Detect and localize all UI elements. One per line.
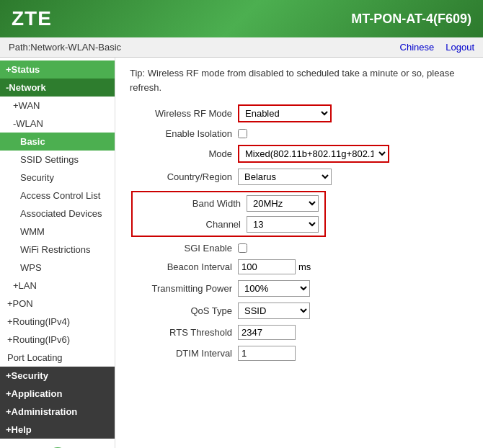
sgi-enable-checkbox[interactable]	[238, 243, 247, 253]
dtim-interval-label: DTIM Interval	[130, 348, 238, 359]
mode-select[interactable]: Mixed(802.11b+802.11g+802.11n 802.11b on…	[238, 145, 389, 163]
logo: ZTE	[12, 7, 52, 30]
chinese-link[interactable]: Chinese	[400, 42, 435, 53]
breadcrumb: Path:Network-WLAN-Basic	[9, 42, 121, 53]
logout-link[interactable]: Logout	[446, 42, 474, 53]
topbar: Path:Network-WLAN-Basic Chinese Logout	[0, 37, 483, 58]
dtim-interval-input[interactable]	[238, 346, 296, 361]
band-width-row: Band Width 20MHz 40MHz	[138, 195, 319, 212]
sidebar-item-ssid[interactable]: SSID Settings	[0, 151, 115, 169]
topbar-links: Chinese Logout	[400, 42, 474, 53]
beacon-interval-row: Beacon Interval ms	[130, 259, 469, 274]
sidebar-item-wps[interactable]: WPS	[0, 259, 115, 277]
sidebar: +Status -Network +WAN -WLAN Basic SSID S…	[0, 58, 115, 448]
sidebar-item-routing-ipv6[interactable]: +Routing(IPv6)	[0, 331, 115, 349]
rts-threshold-input[interactable]	[238, 325, 296, 340]
qos-type-select[interactable]: SSIDWMM	[238, 303, 310, 319]
sgi-enable-row: SGI Enable	[130, 243, 469, 254]
header: ZTE MT-PON-AT-4(F609)	[0, 0, 483, 37]
channel-row: Channel Auto123 4567 891011 1213	[138, 216, 319, 233]
sidebar-item-wan[interactable]: +WAN	[0, 97, 115, 115]
band-width-label: Band Width	[138, 198, 247, 209]
mode-row: Mode Mixed(802.11b+802.11g+802.11n 802.1…	[130, 145, 469, 163]
sidebar-item-security[interactable]: Security	[0, 169, 115, 187]
device-title: MT-PON-AT-4(F609)	[351, 12, 471, 27]
sidebar-item-wifi-restrictions[interactable]: WiFi Restrictions	[0, 241, 115, 259]
sidebar-item-port-locating[interactable]: Port Locating	[0, 349, 115, 367]
sidebar-item-application[interactable]: +Application	[0, 385, 115, 403]
content-area: Tip: Wireless RF mode from disabled to s…	[115, 58, 483, 448]
beacon-interval-input[interactable]	[238, 259, 296, 274]
sidebar-item-lan[interactable]: +LAN	[0, 277, 115, 295]
rts-threshold-row: RTS Threshold	[130, 325, 469, 340]
sidebar-item-security-group[interactable]: +Security	[0, 367, 115, 385]
sidebar-item-basic[interactable]: Basic	[0, 133, 115, 151]
enable-isolation-checkbox[interactable]	[238, 129, 247, 138]
transmitting-power-label: Transmitting Power	[130, 283, 238, 294]
qos-type-label: QoS Type	[130, 305, 238, 316]
beacon-interval-label: Beacon Interval	[130, 261, 238, 272]
main-layout: +Status -Network +WAN -WLAN Basic SSID S…	[0, 58, 483, 448]
tip-text: Tip: Wireless RF mode from disabled to s…	[130, 66, 469, 94]
sidebar-item-associated[interactable]: Associated Devices	[0, 205, 115, 223]
sidebar-item-acl[interactable]: Access Control List	[0, 187, 115, 205]
transmitting-power-row: Transmitting Power 100%75%50%25%	[130, 280, 469, 297]
qos-type-row: QoS Type SSIDWMM	[130, 303, 469, 319]
channel-select[interactable]: Auto123 4567 891011 1213	[247, 216, 319, 233]
bandwidth-channel-group: Band Width 20MHz 40MHz Channel Auto123 4…	[131, 191, 326, 237]
country-region-label: Country/Region	[130, 171, 238, 182]
sidebar-item-help[interactable]: +Help	[0, 421, 115, 439]
country-region-select[interactable]: Belarus	[238, 169, 332, 185]
sgi-enable-label: SGI Enable	[130, 243, 238, 254]
mode-label: Mode	[130, 148, 238, 159]
band-width-select[interactable]: 20MHz 40MHz	[247, 195, 319, 212]
channel-label: Channel	[138, 219, 247, 230]
sidebar-item-administration[interactable]: +Administration	[0, 403, 115, 421]
beacon-interval-unit: ms	[298, 261, 311, 272]
enable-isolation-label: Enable Isolation	[130, 128, 238, 139]
wireless-rf-mode-select[interactable]: Enabled Disabled Scheduled	[238, 104, 332, 122]
sidebar-item-status[interactable]: +Status	[0, 61, 115, 79]
dtim-interval-row: DTIM Interval	[130, 346, 469, 361]
rts-threshold-label: RTS Threshold	[130, 327, 238, 338]
sidebar-item-network[interactable]: -Network	[0, 79, 115, 97]
sidebar-item-routing-ipv4[interactable]: +Routing(IPv4)	[0, 313, 115, 331]
wireless-rf-mode-row: Wireless RF Mode Enabled Disabled Schedu…	[130, 104, 469, 122]
sidebar-item-wlan[interactable]: -WLAN	[0, 115, 115, 133]
country-region-row: Country/Region Belarus	[130, 169, 469, 185]
wireless-rf-mode-label: Wireless RF Mode	[130, 108, 238, 119]
enable-isolation-row: Enable Isolation	[130, 128, 469, 139]
transmitting-power-select[interactable]: 100%75%50%25%	[238, 280, 310, 297]
sidebar-item-pon[interactable]: +PON	[0, 295, 115, 313]
sidebar-item-wmm[interactable]: WMM	[0, 223, 115, 241]
